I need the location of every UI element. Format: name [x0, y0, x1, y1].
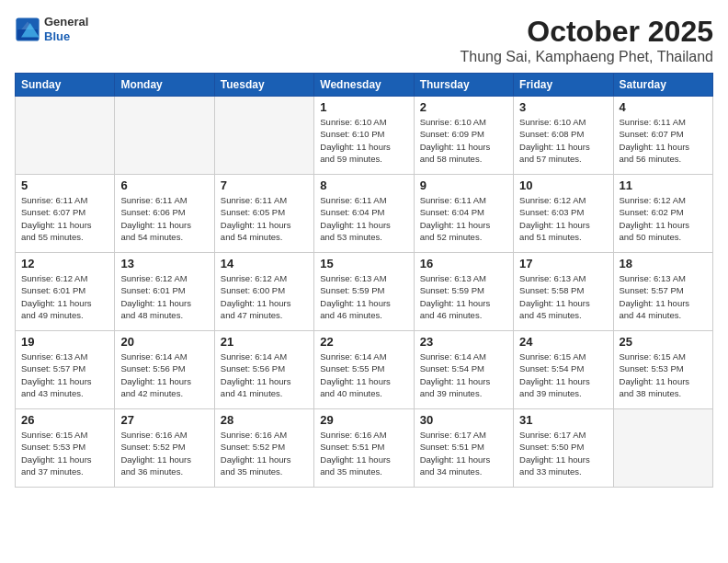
day-info: Sunrise: 6:14 AM Sunset: 5:55 PM Dayligh…: [320, 350, 407, 399]
location-title: Thung Sai, Kamphaeng Phet, Thailand: [461, 49, 713, 65]
calendar-cell: 14Sunrise: 6:12 AM Sunset: 6:00 PM Dayli…: [214, 253, 313, 331]
calendar-cell: 16Sunrise: 6:13 AM Sunset: 5:59 PM Dayli…: [414, 253, 513, 331]
calendar-cell: 13Sunrise: 6:12 AM Sunset: 6:01 PM Dayli…: [115, 253, 214, 331]
day-number: 9: [420, 178, 507, 192]
calendar-cell: 24Sunrise: 6:15 AM Sunset: 5:54 PM Dayli…: [514, 331, 613, 409]
logo-blue: Blue: [44, 29, 88, 44]
day-number: 13: [120, 257, 208, 270]
day-number: 30: [420, 413, 507, 427]
day-number: 28: [221, 413, 308, 427]
day-number: 6: [120, 178, 208, 192]
day-number: 23: [420, 335, 507, 349]
calendar-cell: 23Sunrise: 6:14 AM Sunset: 5:54 PM Dayli…: [414, 331, 513, 409]
calendar-cell: 21Sunrise: 6:14 AM Sunset: 5:56 PM Dayli…: [214, 331, 313, 409]
calendar-cell: 1Sunrise: 6:10 AM Sunset: 6:10 PM Daylig…: [314, 97, 414, 175]
calendar-cell: 30Sunrise: 6:17 AM Sunset: 5:51 PM Dayli…: [414, 409, 513, 488]
day-info: Sunrise: 6:10 AM Sunset: 6:09 PM Dayligh…: [420, 116, 507, 165]
day-info: Sunrise: 6:13 AM Sunset: 5:59 PM Dayligh…: [420, 272, 507, 321]
day-number: 17: [519, 257, 607, 270]
day-info: Sunrise: 6:13 AM Sunset: 5:59 PM Dayligh…: [320, 272, 407, 321]
calendar-cell: 28Sunrise: 6:16 AM Sunset: 5:52 PM Dayli…: [214, 409, 313, 488]
calendar-cell: 2Sunrise: 6:10 AM Sunset: 6:09 PM Daylig…: [414, 97, 513, 175]
calendar-cell: 7Sunrise: 6:11 AM Sunset: 6:05 PM Daylig…: [214, 175, 313, 253]
calendar-cell: 18Sunrise: 6:13 AM Sunset: 5:57 PM Dayli…: [613, 253, 712, 331]
calendar-cell: 12Sunrise: 6:12 AM Sunset: 6:01 PM Dayli…: [16, 253, 115, 331]
day-info: Sunrise: 6:13 AM Sunset: 5:58 PM Dayligh…: [519, 272, 607, 321]
day-number: 20: [120, 335, 208, 349]
day-info: Sunrise: 6:17 AM Sunset: 5:50 PM Dayligh…: [519, 429, 607, 477]
logo: General Blue: [15, 15, 88, 43]
calendar-cell: 4Sunrise: 6:11 AM Sunset: 6:07 PM Daylig…: [613, 97, 712, 175]
day-number: 19: [21, 335, 108, 349]
day-number: 8: [320, 178, 407, 192]
day-number: 27: [120, 413, 208, 427]
day-number: 12: [21, 257, 108, 270]
day-info: Sunrise: 6:11 AM Sunset: 6:06 PM Dayligh…: [120, 194, 208, 243]
week-row-4: 19Sunrise: 6:13 AM Sunset: 5:57 PM Dayli…: [16, 331, 713, 409]
day-number: 18: [620, 257, 707, 270]
logo-text: General Blue: [44, 15, 88, 43]
day-number: 16: [420, 257, 507, 270]
day-info: Sunrise: 6:11 AM Sunset: 6:07 PM Dayligh…: [21, 194, 108, 243]
day-info: Sunrise: 6:15 AM Sunset: 5:53 PM Dayligh…: [21, 429, 108, 477]
month-title: October 2025: [461, 15, 713, 49]
weekday-wednesday: Wednesday: [314, 74, 414, 97]
day-number: 24: [519, 335, 607, 349]
weekday-header-row: SundayMondayTuesdayWednesdayThursdayFrid…: [16, 74, 713, 97]
week-row-5: 26Sunrise: 6:15 AM Sunset: 5:53 PM Dayli…: [16, 409, 713, 488]
week-row-3: 12Sunrise: 6:12 AM Sunset: 6:01 PM Dayli…: [16, 253, 713, 331]
title-area: October 2025 Thung Sai, Kamphaeng Phet, …: [461, 15, 713, 65]
calendar-cell: 22Sunrise: 6:14 AM Sunset: 5:55 PM Dayli…: [314, 331, 414, 409]
logo-general: General: [44, 15, 88, 29]
day-number: 21: [221, 335, 308, 349]
day-info: Sunrise: 6:12 AM Sunset: 6:00 PM Dayligh…: [221, 272, 308, 321]
calendar-cell: [16, 97, 115, 175]
day-info: Sunrise: 6:10 AM Sunset: 6:08 PM Dayligh…: [519, 116, 607, 165]
day-number: 31: [519, 413, 607, 427]
calendar-cell: 20Sunrise: 6:14 AM Sunset: 5:56 PM Dayli…: [115, 331, 214, 409]
day-number: 14: [221, 257, 308, 270]
day-info: Sunrise: 6:15 AM Sunset: 5:54 PM Dayligh…: [519, 350, 607, 399]
day-info: Sunrise: 6:13 AM Sunset: 5:57 PM Dayligh…: [620, 272, 707, 321]
calendar-cell: 17Sunrise: 6:13 AM Sunset: 5:58 PM Dayli…: [514, 253, 613, 331]
day-number: 29: [320, 413, 407, 427]
day-info: Sunrise: 6:14 AM Sunset: 5:54 PM Dayligh…: [420, 350, 507, 399]
week-row-1: 1Sunrise: 6:10 AM Sunset: 6:10 PM Daylig…: [16, 97, 713, 175]
day-info: Sunrise: 6:11 AM Sunset: 6:07 PM Dayligh…: [620, 116, 707, 165]
day-info: Sunrise: 6:15 AM Sunset: 5:53 PM Dayligh…: [620, 350, 707, 399]
weekday-saturday: Saturday: [613, 74, 712, 97]
day-number: 25: [620, 335, 707, 349]
day-info: Sunrise: 6:16 AM Sunset: 5:51 PM Dayligh…: [320, 429, 407, 477]
day-number: 1: [320, 100, 407, 114]
day-info: Sunrise: 6:11 AM Sunset: 6:04 PM Dayligh…: [420, 194, 507, 243]
calendar-cell: 27Sunrise: 6:16 AM Sunset: 5:52 PM Dayli…: [115, 409, 214, 488]
calendar-cell: 6Sunrise: 6:11 AM Sunset: 6:06 PM Daylig…: [115, 175, 214, 253]
logo-icon: [15, 17, 40, 42]
day-info: Sunrise: 6:11 AM Sunset: 6:04 PM Dayligh…: [320, 194, 407, 243]
calendar-cell: [115, 97, 214, 175]
weekday-monday: Monday: [115, 74, 214, 97]
calendar-cell: 15Sunrise: 6:13 AM Sunset: 5:59 PM Dayli…: [314, 253, 414, 331]
calendar-cell: 5Sunrise: 6:11 AM Sunset: 6:07 PM Daylig…: [16, 175, 115, 253]
calendar-cell: 31Sunrise: 6:17 AM Sunset: 5:50 PM Dayli…: [514, 409, 613, 488]
weekday-thursday: Thursday: [414, 74, 513, 97]
weekday-tuesday: Tuesday: [214, 74, 313, 97]
weekday-sunday: Sunday: [16, 74, 115, 97]
calendar-cell: 11Sunrise: 6:12 AM Sunset: 6:02 PM Dayli…: [613, 175, 712, 253]
calendar-cell: 8Sunrise: 6:11 AM Sunset: 6:04 PM Daylig…: [314, 175, 414, 253]
calendar-cell: 3Sunrise: 6:10 AM Sunset: 6:08 PM Daylig…: [514, 97, 613, 175]
day-number: 26: [21, 413, 108, 427]
day-number: 11: [620, 178, 707, 192]
calendar-cell: 19Sunrise: 6:13 AM Sunset: 5:57 PM Dayli…: [16, 331, 115, 409]
calendar-cell: [613, 409, 712, 488]
day-number: 3: [519, 100, 607, 114]
day-info: Sunrise: 6:16 AM Sunset: 5:52 PM Dayligh…: [221, 429, 308, 477]
week-row-2: 5Sunrise: 6:11 AM Sunset: 6:07 PM Daylig…: [16, 175, 713, 253]
day-number: 22: [320, 335, 407, 349]
calendar-cell: 10Sunrise: 6:12 AM Sunset: 6:03 PM Dayli…: [514, 175, 613, 253]
calendar-table: SundayMondayTuesdayWednesdayThursdayFrid…: [15, 73, 713, 488]
day-info: Sunrise: 6:14 AM Sunset: 5:56 PM Dayligh…: [221, 350, 308, 399]
weekday-friday: Friday: [514, 74, 613, 97]
day-number: 2: [420, 100, 507, 114]
day-info: Sunrise: 6:16 AM Sunset: 5:52 PM Dayligh…: [120, 429, 208, 477]
